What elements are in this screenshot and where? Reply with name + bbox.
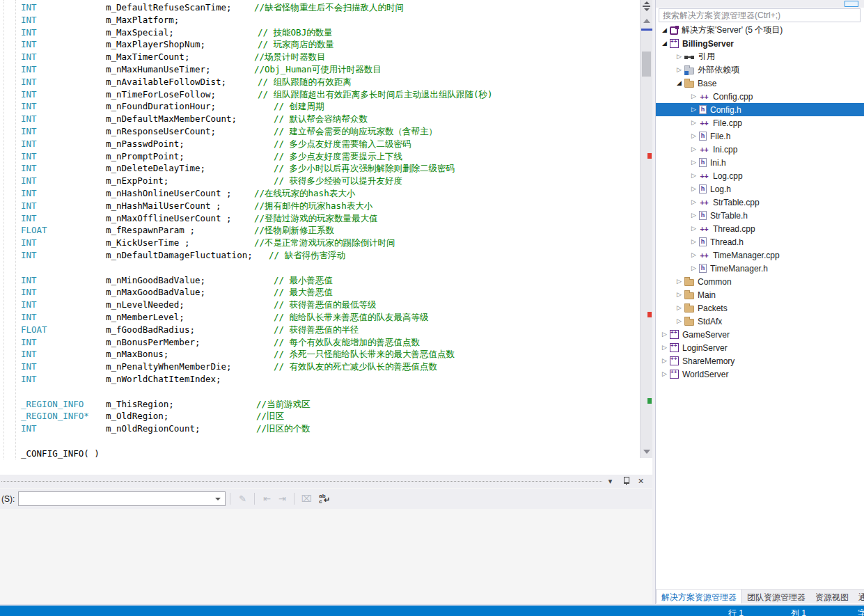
expander-collapsed-icon[interactable]: ▷ (689, 156, 699, 169)
tab-资源视图[interactable]: 资源视图 (810, 590, 854, 603)
code-line[interactable] (0, 262, 640, 274)
code-line[interactable]: INTm_nFoundDurationHour;// 创建周期 (0, 101, 640, 113)
tree-item-File.cpp[interactable]: ▷++File.cpp (656, 116, 864, 129)
code-line[interactable]: FLOATm_fRespawnParam ;//怪物刷新修正系数 (0, 225, 640, 237)
expander-expanded-icon[interactable]: ◢ (674, 77, 684, 90)
tree-item-Thread.cpp[interactable]: ▷++Thread.cpp (656, 222, 864, 235)
tree-item-StrTable.h[interactable]: ▷hStrTable.h (656, 209, 864, 222)
edit-icon[interactable]: ✎ (235, 493, 250, 505)
expander-collapsed-icon[interactable]: ▷ (689, 248, 699, 262)
pin-icon[interactable] (620, 475, 631, 487)
tree-item-TimeManager.cpp[interactable]: ▷++TimeManager.cpp (656, 248, 864, 262)
code-line[interactable]: INTm_nPenaltyWhenMemberDie;// 有效队友的死亡减少队… (0, 361, 640, 373)
expander-collapsed-icon[interactable]: ▷ (689, 103, 699, 116)
code-line[interactable]: INTm_nMaxOfflineUserCount ;//登陆过游戏的玩家数量最… (0, 213, 640, 225)
tree-item--[interactable]: ▷引用 (656, 50, 864, 63)
expander-collapsed-icon[interactable]: ▷ (689, 116, 699, 129)
expander-collapsed-icon[interactable]: ▷ (659, 328, 670, 341)
tree-item-StrTable.cpp[interactable]: ▷++StrTable.cpp (656, 196, 864, 209)
expander-collapsed-icon[interactable]: ▷ (674, 50, 684, 63)
editor-scrollbar[interactable] (640, 0, 652, 458)
scroll-down-icon[interactable] (643, 450, 650, 454)
clear-icon[interactable]: ⌧ (299, 493, 314, 505)
code-line[interactable]: INTm_MaxPlatform; (0, 15, 640, 26)
tree-item-Config.cpp[interactable]: ▷++Config.cpp (656, 90, 864, 103)
code-line[interactable]: _CONFIG_INFO( ) (0, 448, 640, 460)
code-line[interactable]: INTm_KickUserTime ;//不是正常游戏玩家的踢除倒计时间 (0, 237, 640, 249)
tree-item-Packets[interactable]: ▷Packets (656, 301, 864, 315)
tool-panel-titlebar[interactable]: ▾ × (0, 475, 652, 488)
code-line[interactable]: INTm_DefaultRefuseScanTime;//缺省怪物重生后不会扫描… (0, 2, 640, 14)
code-line[interactable] (0, 436, 640, 448)
scroll-up-icon[interactable] (643, 19, 650, 23)
split-handle-icon[interactable] (643, 1, 650, 11)
expander-collapsed-icon[interactable]: ▷ (689, 262, 699, 275)
code-line[interactable]: INTm_nMinGoodBadValue;// 最小善恶值 (0, 275, 640, 287)
code-line[interactable]: INTm_nDeleteDelayTime;// 多少小时以后再次强制解除则删除… (0, 163, 640, 175)
code-line[interactable]: INTm_MaxPlayerShopNum;// 玩家商店的数量 (0, 39, 640, 51)
tree-item-ShareMemory[interactable]: ▷ShareMemory (656, 354, 864, 368)
code-line[interactable]: INTm_nMaxBonus;// 杀死一只怪能给队长带来的最大善恶值点数 (0, 349, 640, 361)
expander-collapsed-icon[interactable]: ▷ (674, 63, 684, 77)
code-line[interactable]: INTm_nOldRegionCount;//旧区的个数 (0, 423, 640, 435)
code-line[interactable]: INTm_MaxTimerCount;//场景计时器数目 (0, 52, 640, 63)
scrollbar-thumb[interactable] (642, 52, 651, 77)
code-line[interactable]: INTm_MaxSpecial;// 技能OBJ的数量 (0, 27, 640, 39)
expander-collapsed-icon[interactable]: ▷ (659, 354, 670, 368)
toolbar-button-partial[interactable] (845, 1, 858, 7)
expander-collapsed-icon[interactable]: ▷ (689, 222, 699, 235)
tree-item-StdAfx[interactable]: ▷StdAfx (656, 315, 864, 328)
tree-item-GameServer[interactable]: ▷GameServer (656, 328, 864, 341)
tab-通知[interactable]: 通知 (854, 590, 864, 603)
expander-collapsed-icon[interactable]: ▷ (689, 143, 699, 156)
code-line[interactable]: INTm_nDefaultDamageFluctuation;// 缺省得伤害浮… (0, 250, 640, 262)
expander-collapsed-icon[interactable]: ▷ (659, 368, 670, 381)
tree-item-Main[interactable]: ▷Main (656, 288, 864, 301)
code-line[interactable]: INTm_nMemberLevel;// 能给队长带来善恶值的队友最高等级 (0, 312, 640, 324)
code-line[interactable]: INTm_nResponseUserCount;// 建立帮会需要的响应玩家数（… (0, 126, 640, 138)
tree-item-Base[interactable]: ◢Base (656, 77, 864, 90)
tab-团队资源管理器[interactable]: 团队资源管理器 (742, 590, 810, 603)
close-icon[interactable]: × (635, 475, 647, 487)
tree-item-Common[interactable]: ▷Common (656, 275, 864, 288)
window-position-icon[interactable]: ▾ (604, 475, 616, 487)
code-line[interactable]: INTm_nPasswdPoint;// 多少点友好度需要输入二级密码 (0, 139, 640, 150)
previous-icon[interactable]: ⇤ (259, 493, 274, 505)
tree-item-Thread.h[interactable]: ▷hThread.h (656, 235, 864, 248)
expander-collapsed-icon[interactable]: ▷ (689, 90, 699, 103)
tree-item-LoginServer[interactable]: ▷LoginServer (656, 341, 864, 354)
code-line[interactable]: _REGION_INFO*m_OldRegion;//旧区 (0, 411, 640, 422)
tree-item--[interactable]: ▷外部依赖项 (656, 63, 864, 77)
code-line[interactable]: INTm_nPromptPoint;// 多少点友好度需要提示上下线 (0, 151, 640, 163)
code-line[interactable]: INTm_nBonusPerMember;// 每个有效队友能增加的善恶值点数 (0, 337, 640, 349)
code-line[interactable]: INTm_nMaxHumanUseTimer;//Obj_Human可使用计时器… (0, 64, 640, 76)
expander-collapsed-icon[interactable]: ▷ (689, 169, 699, 182)
expander-expanded-icon[interactable]: ◢ (659, 24, 670, 37)
expander-collapsed-icon[interactable]: ▷ (689, 235, 699, 248)
word-wrap-icon[interactable]: abc↵ (317, 493, 332, 505)
code-line[interactable]: INTm_nExpPoint;// 获得多少经验可以提升友好度 (0, 175, 640, 187)
expander-collapsed-icon[interactable]: ▷ (689, 196, 699, 209)
tree-item-File.h[interactable]: ▷hFile.h (656, 129, 864, 143)
code-line[interactable]: INTm_nTimeForLoseFollow;// 组队跟随超出有效距离多长时… (0, 89, 640, 101)
search-input[interactable] (659, 8, 861, 22)
tree-item-Config.h[interactable]: ▷hConfig.h (656, 103, 864, 116)
code-line[interactable]: INTm_nHashMailUserCount ;//拥有邮件的玩家hash表大… (0, 200, 640, 212)
tab-解决方案资源管理器[interactable]: 解决方案资源管理器 (656, 590, 742, 603)
tree-item-BillingServer[interactable]: ◢BillingServer (656, 37, 864, 50)
tree-item-Ini.h[interactable]: ▷hIni.h (656, 156, 864, 169)
tree-item-Log.h[interactable]: ▷hLog.h (656, 182, 864, 196)
expander-collapsed-icon[interactable]: ▷ (674, 301, 684, 315)
expander-collapsed-icon[interactable]: ▷ (674, 315, 684, 328)
code-line[interactable]: INTm_nAvailableFollowDist;// 组队跟随的有效距离 (0, 77, 640, 88)
code-line[interactable] (0, 386, 640, 398)
code-line[interactable]: _REGION_INFOm_ThisRegion;//当前游戏区 (0, 399, 640, 411)
tree-item-WorldServer[interactable]: ▷WorldServer (656, 368, 864, 381)
expander-collapsed-icon[interactable]: ▷ (689, 182, 699, 196)
expander-collapsed-icon[interactable]: ▷ (674, 275, 684, 288)
expander-expanded-icon[interactable]: ◢ (659, 37, 670, 50)
tree-item-Ini.cpp[interactable]: ▷++Ini.cpp (656, 143, 864, 156)
expander-collapsed-icon[interactable]: ▷ (689, 209, 699, 222)
code-line[interactable]: INTm_nMaxGoodBadValue;// 最大善恶值 (0, 287, 640, 299)
filter-combobox[interactable] (18, 491, 226, 506)
